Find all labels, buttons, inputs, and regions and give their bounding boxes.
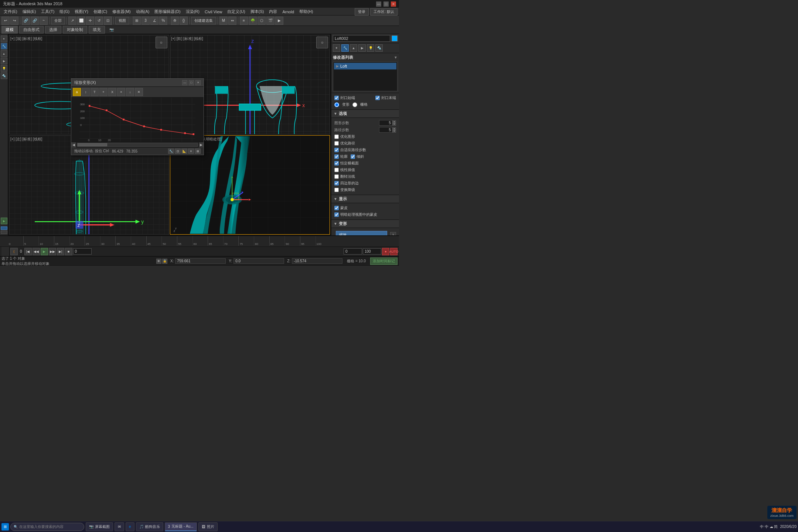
dialog-icon-3[interactable]: 📐 bbox=[181, 149, 187, 154]
frame-range-end[interactable] bbox=[363, 248, 381, 255]
menu-help[interactable]: 帮助(H) bbox=[297, 8, 315, 15]
move-button[interactable]: ✛ bbox=[86, 17, 94, 25]
maximize-button[interactable]: □ bbox=[383, 1, 389, 7]
set-key-mode[interactable]: ● bbox=[382, 248, 389, 255]
add-key-btn[interactable]: ⊕ bbox=[156, 259, 161, 264]
frame-range-start[interactable] bbox=[344, 248, 362, 255]
add-key-marker-btn[interactable]: 添加时间标记 bbox=[370, 258, 398, 265]
dialog-hscrollbar[interactable]: ◀ ▶ bbox=[71, 142, 204, 147]
layer-manager[interactable]: ≡ bbox=[240, 17, 248, 25]
edit-named-sets[interactable]: {} bbox=[180, 17, 188, 25]
x-coord-input[interactable] bbox=[175, 258, 226, 264]
current-frame-input[interactable] bbox=[73, 248, 92, 255]
linear-interp-cb[interactable] bbox=[334, 168, 339, 172]
prev-frame-btn[interactable]: |◀ bbox=[24, 248, 32, 255]
dialog-close-btn[interactable]: ✕ bbox=[195, 80, 201, 85]
scene-explorer[interactable]: 🌳 bbox=[249, 17, 257, 25]
mirror-button[interactable]: M bbox=[219, 17, 228, 25]
dialog-icon-2[interactable]: ⊡ bbox=[175, 149, 181, 154]
play-stop-btn[interactable]: ■ bbox=[65, 248, 72, 255]
left-icon-modify[interactable]: 🔧 bbox=[1, 43, 7, 50]
deform-radio[interactable] bbox=[334, 102, 339, 107]
menu-graph-editor[interactable]: 图形编辑器(D) bbox=[152, 8, 183, 15]
left-icon-motion[interactable]: ▶ bbox=[1, 58, 7, 64]
menu-modifier[interactable]: 修改器(M) bbox=[110, 8, 133, 15]
skin-shaded-cb[interactable] bbox=[334, 212, 339, 217]
left-icon-display[interactable]: 💡 bbox=[1, 65, 7, 72]
shape-steps-up[interactable]: ▲ bbox=[392, 120, 396, 123]
panel-tab-modify[interactable]: 🔧 bbox=[341, 44, 349, 52]
hscroll-right[interactable]: ▶ bbox=[198, 142, 204, 147]
spinner-snap[interactable]: ⟰ bbox=[171, 17, 179, 25]
menu-animation[interactable]: 动画(A) bbox=[134, 8, 152, 15]
skin-cb[interactable] bbox=[334, 206, 339, 210]
grid-button[interactable]: ⊞ bbox=[133, 17, 141, 25]
path-steps-up[interactable]: ▲ bbox=[392, 127, 396, 130]
dialog-tb-del[interactable]: ✕ bbox=[135, 88, 143, 96]
auto-key-btn[interactable]: AUTO bbox=[390, 248, 398, 255]
dialog-icon-1[interactable]: 🔧 bbox=[168, 149, 174, 154]
play-btn[interactable]: ▶ bbox=[41, 248, 48, 255]
dialog-tb-text[interactable]: T bbox=[91, 88, 99, 96]
menu-edit[interactable]: 编辑(E) bbox=[20, 8, 38, 15]
transform-degrade-cb[interactable] bbox=[334, 188, 339, 192]
view-mode-btn-2[interactable] bbox=[1, 231, 7, 234]
dialog-icon-5[interactable]: ⊞ bbox=[195, 149, 201, 154]
menu-file[interactable]: 文件(E) bbox=[1, 8, 20, 15]
close-button[interactable]: ✕ bbox=[391, 1, 396, 7]
deform-collapse-header[interactable]: ▼ 变形 bbox=[331, 220, 399, 228]
quad-sides-cb[interactable] bbox=[334, 181, 339, 185]
redo-button[interactable]: ↪ bbox=[10, 17, 18, 25]
scale-deform-btn[interactable]: 缩放 bbox=[336, 231, 387, 235]
hscroll-thumb[interactable] bbox=[77, 143, 198, 147]
dialog-tb-plus[interactable]: + bbox=[99, 88, 108, 96]
left-icon-hierarchy[interactable]: ▲ bbox=[1, 50, 7, 57]
menu-customize[interactable]: 自定义(U) bbox=[225, 8, 247, 15]
prev-key-btn[interactable]: ◀◀ bbox=[33, 248, 40, 255]
material-editor[interactable]: ⬡ bbox=[258, 17, 266, 25]
modifier-loft[interactable]: ▶ Loft bbox=[334, 63, 396, 69]
minimize-button[interactable]: — bbox=[376, 1, 381, 7]
mode-paint[interactable]: 对象绘制 bbox=[63, 26, 87, 34]
view-mode-btn-1[interactable] bbox=[1, 226, 7, 230]
y-coord-input[interactable] bbox=[233, 258, 284, 264]
dialog-tb-a[interactable]: a bbox=[73, 88, 81, 96]
angle-snap[interactable]: ∠ bbox=[150, 17, 158, 25]
anim-key-filter[interactable]: ⟨ bbox=[10, 248, 18, 255]
adaptive-steps-cb[interactable] bbox=[334, 148, 339, 152]
unlink-button[interactable]: 🔗 bbox=[31, 17, 39, 25]
optimize-shapes-cb[interactable] bbox=[334, 134, 339, 139]
mode-modeling[interactable]: 建模 bbox=[1, 26, 18, 34]
object-color-swatch[interactable] bbox=[392, 35, 398, 41]
dialog-tb-times[interactable]: × bbox=[117, 88, 125, 96]
timeline-marks-area[interactable]: 0 5 10 15 20 25 30 35 40 45 50 55 60 65 … bbox=[8, 236, 331, 246]
bind-button[interactable]: ~ bbox=[40, 17, 48, 25]
undo-button[interactable]: ↩ bbox=[1, 17, 10, 25]
menu-arnold[interactable]: Arnold bbox=[280, 9, 296, 15]
left-icon-create[interactable]: ✦ bbox=[1, 35, 7, 42]
play-icon[interactable]: ▶ bbox=[1, 218, 7, 224]
path-steps-dn[interactable]: ▼ bbox=[392, 130, 396, 133]
cap-start-checkbox[interactable] bbox=[334, 96, 339, 100]
constant-cross-cb[interactable] bbox=[334, 161, 339, 166]
select-region-button[interactable]: ⬜ bbox=[77, 17, 85, 25]
menu-content[interactable]: 内容 bbox=[267, 8, 279, 15]
render-button[interactable]: ▶ bbox=[275, 17, 283, 25]
named-selection-button[interactable]: 创建建选集 bbox=[191, 17, 216, 24]
tilt-cb[interactable] bbox=[351, 154, 355, 159]
hscroll-left[interactable]: ◀ bbox=[71, 142, 76, 147]
menu-create[interactable]: 创建(C) bbox=[91, 8, 109, 15]
mode-select[interactable]: 选择 bbox=[45, 26, 61, 34]
menu-script[interactable]: 脚本(S) bbox=[248, 8, 266, 15]
hscroll-handle[interactable] bbox=[78, 143, 107, 146]
panel-tab-utils[interactable]: 🔩 bbox=[375, 44, 383, 52]
panel-tab-create[interactable]: ✦ bbox=[333, 44, 340, 52]
link-button[interactable]: 🔗 bbox=[22, 17, 30, 25]
render-setup[interactable]: 🎬 bbox=[266, 17, 274, 25]
menu-render[interactable]: 渲染(R) bbox=[184, 8, 202, 15]
dialog-tb-x[interactable]: X bbox=[108, 88, 116, 96]
scale-deform-edit[interactable]: ? bbox=[390, 232, 396, 235]
dialog-maximize-btn[interactable]: □ bbox=[189, 80, 194, 85]
object-name-input[interactable] bbox=[333, 35, 390, 42]
dialog-minimize-btn[interactable]: — bbox=[182, 80, 187, 85]
